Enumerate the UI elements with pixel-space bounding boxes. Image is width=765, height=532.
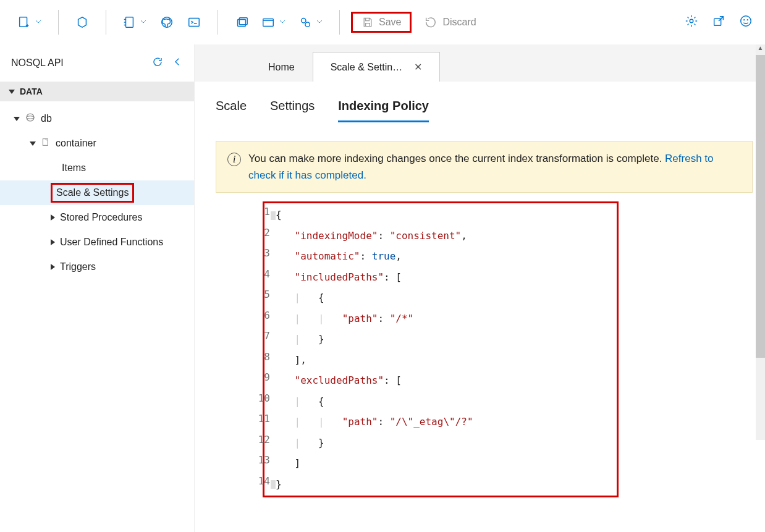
svg-rect-3 — [189, 18, 200, 26]
info-icon: i — [227, 153, 241, 166]
info-text: You can make more indexing changes once … — [248, 153, 665, 164]
line-gutter: 1234567891011121314 — [237, 201, 276, 491]
sidebar-header: NOSQL API — [0, 44, 194, 82]
divider — [218, 10, 218, 35]
database-icon — [25, 112, 36, 125]
svg-rect-5 — [239, 17, 247, 24]
code-editor[interactable]: 1234567891011121314 { "indexingMode": "c… — [216, 201, 753, 497]
chevron-down-icon — [35, 17, 42, 27]
triangle-down-icon — [14, 117, 20, 121]
divider — [106, 10, 106, 35]
svg-point-8 — [305, 22, 310, 27]
refresh-icon-button[interactable] — [152, 56, 163, 70]
new-item-button[interactable] — [12, 10, 47, 35]
folder-button[interactable] — [256, 10, 291, 35]
divider — [58, 10, 59, 35]
hexagon-icon-button[interactable] — [70, 10, 95, 35]
tree-container[interactable]: container — [0, 131, 194, 156]
feedback-icon-button[interactable] — [739, 14, 753, 30]
tab-home[interactable]: Home — [250, 53, 313, 82]
svg-rect-4 — [238, 19, 246, 26]
sidebar: NOSQL API DATA db container Items — [0, 44, 195, 532]
code-content[interactable]: { "indexingMode": "consistent", "automat… — [264, 203, 617, 496]
gears-button[interactable] — [294, 10, 328, 35]
triangle-right-icon — [51, 264, 55, 270]
collapse-icon-button[interactable] — [172, 56, 183, 70]
chevron-down-icon — [316, 17, 323, 27]
tree-user-defined-functions[interactable]: User Defined Functions — [0, 230, 194, 255]
svg-point-13 — [747, 20, 748, 20]
triangle-down-icon — [9, 90, 15, 94]
close-tab-icon[interactable]: ✕ — [414, 62, 422, 72]
discard-label: Discard — [442, 17, 476, 28]
scroll-up-icon[interactable]: ▲ — [756, 44, 765, 51]
tree-stored-procedures[interactable]: Stored Procedures — [0, 205, 194, 230]
triangle-right-icon — [51, 214, 55, 221]
tree-triggers[interactable]: Triggers — [0, 255, 194, 279]
container-icon — [41, 137, 51, 150]
subtab-scale[interactable]: Scale — [216, 99, 247, 122]
svg-rect-1 — [126, 17, 133, 27]
chevron-down-icon — [279, 17, 286, 27]
save-label: Save — [379, 17, 401, 28]
windows-icon-button[interactable] — [229, 10, 254, 35]
tree-db[interactable]: db — [0, 106, 194, 131]
settings-icon-button[interactable] — [685, 14, 698, 30]
save-button[interactable]: Save — [351, 12, 412, 33]
svg-point-14 — [27, 114, 34, 121]
sidebar-section-data[interactable]: DATA — [0, 82, 194, 101]
sidebar-title: NOSQL API — [11, 57, 64, 69]
subtab-bar: Scale Settings Indexing Policy — [216, 99, 753, 122]
svg-point-15 — [27, 116, 34, 119]
main-panel: Home Scale & Settin… ✕ Scale Settings In… — [195, 44, 765, 532]
toolbar: Save Discard — [0, 0, 765, 44]
svg-point-12 — [744, 20, 745, 20]
svg-rect-6 — [263, 19, 274, 26]
tree-items[interactable]: Items — [0, 156, 194, 180]
subtab-indexing-policy[interactable]: Indexing Policy — [338, 99, 429, 122]
open-external-icon-button[interactable] — [712, 14, 725, 30]
terminal-icon-button[interactable] — [182, 10, 206, 35]
tab-bar: Home Scale & Settin… ✕ — [195, 44, 765, 82]
tree-scale-settings[interactable]: Scale & Settings — [0, 180, 194, 205]
triangle-down-icon — [30, 141, 36, 146]
chevron-down-icon — [140, 17, 147, 27]
discard-button[interactable]: Discard — [424, 15, 476, 29]
subtab-settings[interactable]: Settings — [270, 99, 315, 122]
toolbar-right — [685, 14, 753, 30]
info-banner: i You can make more indexing changes onc… — [216, 141, 753, 193]
divider — [339, 10, 340, 35]
svg-point-9 — [690, 19, 693, 23]
tab-scale-settings[interactable]: Scale & Settin… ✕ — [313, 52, 440, 82]
scrollbar[interactable]: ▲ — [756, 44, 765, 440]
triangle-right-icon — [51, 239, 55, 245]
svg-point-11 — [741, 16, 751, 27]
svg-point-7 — [302, 18, 306, 22]
notebook-button[interactable] — [117, 10, 152, 35]
github-icon-button[interactable] — [154, 10, 179, 35]
scroll-thumb[interactable] — [756, 55, 765, 358]
svg-rect-16 — [43, 139, 48, 146]
